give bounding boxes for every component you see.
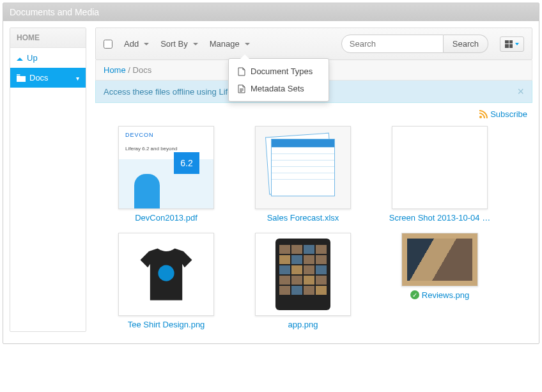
- thumb-figure: [134, 174, 160, 208]
- file-item[interactable]: ✓ Reviews.png: [379, 233, 500, 329]
- file-name: Tee Shirt Design.png: [128, 320, 205, 329]
- manage-item-document-types[interactable]: Document Types: [229, 63, 329, 80]
- file-thumbnail: [118, 233, 214, 316]
- file-thumbnail: DEVCON Liferay 6.2 and beyond 6.2: [118, 126, 214, 209]
- sidebar: HOME Up Docs: [10, 27, 86, 332]
- subscribe-bar: Subscribe: [95, 103, 532, 123]
- file-item[interactable]: Sales Forecast.xlsx: [242, 126, 364, 223]
- breadcrumb-current: Docs: [133, 65, 152, 75]
- rss-icon: [479, 110, 488, 119]
- sidebar-item-label: Up: [27, 53, 38, 63]
- close-icon[interactable]: ×: [517, 86, 524, 97]
- manage-dropdown: Document Types Metadata Sets: [228, 58, 329, 102]
- portlet-title: Documents and Media: [3, 3, 539, 21]
- main-area: Add Sort By Manage Search Document Types: [95, 27, 532, 332]
- check-circle-icon: ✓: [410, 290, 419, 299]
- svg-point-1: [158, 265, 174, 281]
- search-button[interactable]: Search: [444, 35, 488, 53]
- file-item[interactable]: app.png: [242, 233, 364, 329]
- file-thumbnail: [392, 126, 488, 209]
- thumb-sub: Liferay 6.2 and beyond: [125, 146, 177, 152]
- thumb-brand: DEVCON: [125, 132, 154, 138]
- sortby-button[interactable]: Sort By: [160, 39, 198, 49]
- file-name: DevCon2013.pdf: [135, 213, 197, 223]
- sidebar-item-docs[interactable]: Docs: [10, 68, 86, 88]
- portlet-body: HOME Up Docs Add Sort By Manage: [3, 21, 539, 343]
- thumb-flag: 6.2: [174, 152, 199, 174]
- file-name: Screen Shot 2013-10-04 …: [389, 213, 490, 223]
- sidebar-item-up[interactable]: Up: [10, 48, 86, 68]
- document-lines-icon: [238, 84, 245, 93]
- up-arrow-icon: [17, 53, 23, 63]
- search-input[interactable]: [341, 35, 444, 53]
- caret-down-icon[interactable]: [76, 73, 79, 82]
- documents-media-portlet: Documents and Media HOME Up Docs Add Sor…: [3, 3, 539, 344]
- toolbar: Add Sort By Manage Search: [95, 27, 532, 60]
- file-item[interactable]: DEVCON Liferay 6.2 and beyond 6.2 DevCon…: [105, 126, 227, 223]
- caret-down-icon: [515, 43, 519, 45]
- file-item[interactable]: Tee Shirt Design.png: [105, 233, 227, 329]
- breadcrumb-home[interactable]: Home: [104, 65, 126, 75]
- select-all-checkbox[interactable]: [104, 40, 112, 49]
- sidebar-item-label: Docs: [29, 73, 49, 82]
- sidebar-section-home: HOME: [10, 28, 86, 48]
- tshirt-icon: [137, 246, 195, 303]
- view-mode-button[interactable]: [500, 36, 524, 52]
- file-item[interactable]: Screen Shot 2013-10-04 …: [379, 126, 500, 223]
- add-button[interactable]: Add: [124, 39, 149, 49]
- svg-point-0: [479, 116, 482, 118]
- manage-item-metadata-sets[interactable]: Metadata Sets: [229, 80, 329, 97]
- manage-button[interactable]: Manage: [210, 39, 250, 49]
- file-thumbnail: [401, 233, 478, 286]
- file-thumbnail: [255, 233, 351, 316]
- document-icon: [238, 67, 245, 76]
- subscribe-link[interactable]: Subscribe: [479, 109, 527, 119]
- file-thumbnail: [255, 126, 351, 209]
- file-name: app.png: [288, 320, 318, 329]
- file-grid: DEVCON Liferay 6.2 and beyond 6.2 DevCon…: [95, 123, 532, 332]
- grid-view-icon: [505, 40, 513, 48]
- folder-icon: [17, 74, 26, 82]
- file-name: ✓ Reviews.png: [410, 290, 469, 300]
- file-name: Sales Forecast.xlsx: [267, 213, 339, 223]
- breadcrumb-sep: /: [128, 65, 130, 75]
- search-group: Search: [341, 35, 488, 53]
